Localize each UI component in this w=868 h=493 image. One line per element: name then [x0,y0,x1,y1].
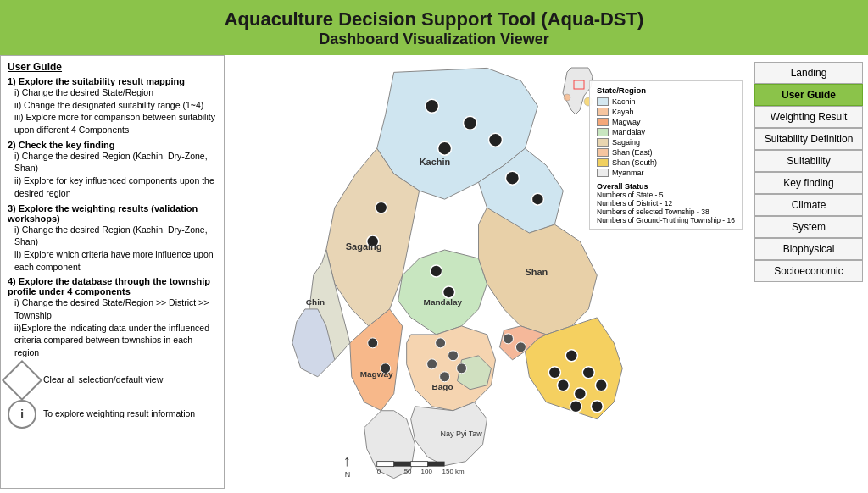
legend-item-label: Sagaing [612,138,640,147]
legend-color-swatch [597,158,609,167]
svg-text:50: 50 [404,468,412,475]
svg-point-22 [431,265,442,277]
legend-title: State/Region [597,86,735,95]
map-area: Kachin Sagaing Mandalay Magway Bago Shan… [225,55,749,489]
section-item: ii) Change the designated suitability ra… [8,99,217,112]
npt-label: Nay Pyi Taw [441,429,483,438]
nav-button-key-finding[interactable]: Key finding [754,172,863,194]
page-title-line1: Aquaculture Decision Support Tool (Aqua-… [0,8,868,30]
svg-point-26 [565,350,577,362]
svg-text:↑: ↑ [343,452,351,469]
legend-item: Shan (East) [597,148,735,157]
svg-point-29 [574,388,586,400]
legend-item-label: Kayah [612,108,634,116]
svg-point-39 [515,342,526,352]
legend-color-swatch [597,148,609,157]
legend-item: Sagaing [597,138,735,147]
section-item: i) Change the desired State/Region [8,86,217,99]
legend-item: Magway [597,118,735,126]
svg-text:N: N [345,470,350,479]
chin-label: Chin [306,297,325,307]
legend-item-label: Magway [612,118,641,126]
map-legend: State/Region KachinKayahMagwayMandalaySa… [589,80,743,230]
shan-label: Shan [525,267,548,277]
svg-text:150 km: 150 km [442,468,465,475]
nav-button-suitability-definition[interactable]: Suitability Definition [754,128,863,150]
svg-point-36 [427,359,437,369]
nav-button-weighting-result[interactable]: Weighting Result [754,106,863,128]
legend-item: Myanmar [597,169,735,177]
page-title-line2: Dashboard Visualization Viewer [0,30,868,48]
svg-point-38 [457,363,467,374]
svg-point-14 [426,99,439,113]
svg-marker-51 [563,68,593,114]
mandalay-label: Mandalay [424,297,463,307]
clear-icon[interactable] [2,360,42,401]
svg-point-27 [582,367,594,379]
svg-point-23 [443,286,455,298]
user-guide-title: User Guide [8,61,217,73]
weighting-label: To explore weighting result information [43,407,195,420]
nav-button-system[interactable]: System [754,216,863,238]
svg-point-35 [440,372,450,382]
magway-label: Magway [360,369,393,379]
bago-label: Bago [432,382,453,391]
status-items: Numbers of State - 5Numbers of District … [597,191,735,224]
svg-point-19 [531,193,543,205]
legend-color-swatch [597,128,609,136]
clear-label: Clear all selection/default view [43,374,163,386]
svg-point-37 [436,338,446,348]
section-title: 2) Check the key finding [8,140,217,150]
legend-items: KachinKayahMagwayMandalaySagaingShan (Ea… [597,97,735,177]
nav-buttons: LandingUser GuideWeighting ResultSuitabi… [754,62,863,282]
weighting-info-row[interactable]: i To explore weighting result informatio… [8,400,217,429]
user-guide-panel: User Guide 1) Explore the suitability re… [0,55,225,489]
section-item: ii) Explore which criteria have more inf… [8,248,217,273]
legend-color-swatch [597,108,609,116]
nav-button-suitability[interactable]: Suitability [754,150,863,172]
svg-point-32 [570,401,581,413]
nav-button-landing[interactable]: Landing [754,62,863,84]
legend-item-label: Myanmar [612,169,644,177]
section-item: iii) Explore more for comparison between… [8,111,217,136]
section-item: i) Change the desired Region (Kachin, Dr… [8,224,217,248]
guide-section: 3) Explore the weighting results (valida… [8,203,217,274]
legend-item-label: Kachin [612,97,636,106]
section-item: ii) Explore for key influenced component… [8,174,217,199]
legend-color-swatch [597,138,609,147]
icon-actions: Clear all selection/default view i To ex… [8,366,217,429]
sagaing-label: Sagaing [346,241,382,252]
svg-point-40 [503,334,513,344]
legend-item: Kayah [597,108,735,116]
clear-selection-row[interactable]: Clear all selection/default view [8,366,217,395]
info-icon[interactable]: i [8,400,36,429]
svg-point-18 [505,171,519,185]
nav-button-climate[interactable]: Climate [754,194,863,216]
section-title: 1) Explore the suitability result mappin… [8,76,217,86]
legend-color-swatch [597,169,609,177]
svg-point-24 [368,338,378,348]
svg-text:100: 100 [421,468,433,475]
nav-button-user-guide[interactable]: User Guide [754,84,863,106]
nav-button-socioeconomic[interactable]: Socioeconomic [754,260,863,282]
svg-point-15 [464,116,477,130]
status-item: Numbers of selected Township - 38 [597,208,735,216]
guide-section: 1) Explore the suitability result mappin… [8,76,217,136]
section-title: 3) Explore the weighting results (valida… [8,203,217,224]
svg-point-28 [595,379,607,391]
legend-color-swatch [597,118,609,126]
svg-text:0: 0 [377,468,381,475]
nav-button-biophysical[interactable]: Biophysical [754,238,863,260]
guide-section: 2) Check the key findingi) Change the de… [8,140,217,200]
section-item: ii)Explore the indicating data under the… [8,322,217,359]
svg-rect-43 [377,462,394,467]
legend-item: Mandalay [597,128,735,136]
section-title: 4) Explore the database through the town… [8,276,217,296]
svg-point-33 [591,401,603,413]
svg-rect-45 [411,462,428,467]
svg-point-30 [557,379,569,391]
svg-rect-46 [428,462,445,467]
guide-sections: 1) Explore the suitability result mappin… [8,76,217,359]
svg-rect-44 [394,462,411,467]
legend-color-swatch [597,97,609,106]
